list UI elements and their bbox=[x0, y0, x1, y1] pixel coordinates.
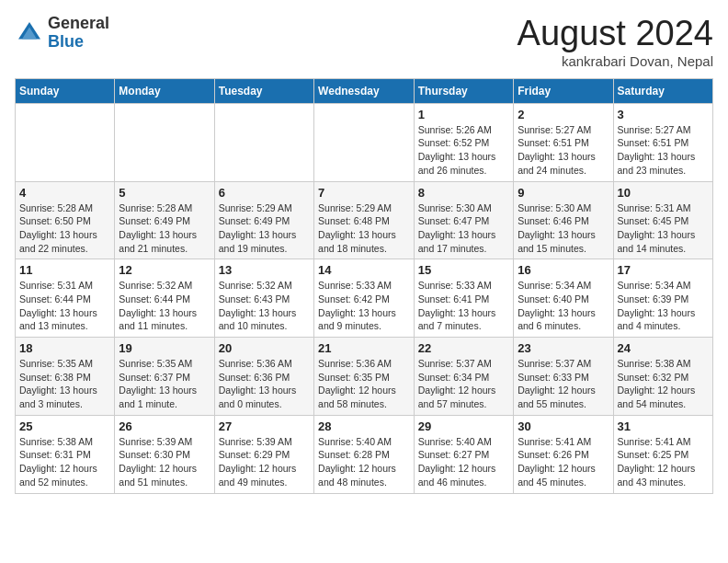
calendar-cell: 26Sunrise: 5:39 AM Sunset: 6:30 PM Dayli… bbox=[115, 415, 214, 493]
day-info: Sunrise: 5:33 AM Sunset: 6:42 PM Dayligh… bbox=[318, 279, 410, 333]
weekday-header-row: SundayMondayTuesdayWednesdayThursdayFrid… bbox=[16, 78, 713, 103]
calendar-cell: 1Sunrise: 5:26 AM Sunset: 6:52 PM Daylig… bbox=[414, 103, 513, 181]
day-number: 10 bbox=[618, 186, 710, 200]
calendar-cell: 13Sunrise: 5:32 AM Sunset: 6:43 PM Dayli… bbox=[214, 259, 313, 338]
day-number: 8 bbox=[418, 186, 509, 200]
day-number: 25 bbox=[19, 419, 110, 433]
calendar-cell: 2Sunrise: 5:27 AM Sunset: 6:51 PM Daylig… bbox=[514, 103, 613, 181]
location-subtitle: kankrabari Dovan, Nepal bbox=[518, 53, 713, 69]
weekday-header-thursday: Thursday bbox=[414, 78, 513, 103]
day-number: 18 bbox=[19, 341, 110, 355]
day-info: Sunrise: 5:26 AM Sunset: 6:52 PM Dayligh… bbox=[418, 123, 509, 178]
calendar-cell: 18Sunrise: 5:35 AM Sunset: 6:38 PM Dayli… bbox=[16, 338, 115, 416]
calendar-cell: 21Sunrise: 5:36 AM Sunset: 6:35 PM Dayli… bbox=[314, 338, 415, 416]
day-info: Sunrise: 5:37 AM Sunset: 6:34 PM Dayligh… bbox=[418, 357, 509, 411]
day-info: Sunrise: 5:27 AM Sunset: 6:51 PM Dayligh… bbox=[518, 123, 609, 178]
day-info: Sunrise: 5:35 AM Sunset: 6:38 PM Dayligh… bbox=[19, 357, 110, 411]
day-number: 6 bbox=[219, 186, 310, 200]
day-info: Sunrise: 5:38 AM Sunset: 6:32 PM Dayligh… bbox=[618, 357, 710, 411]
calendar-cell: 27Sunrise: 5:39 AM Sunset: 6:29 PM Dayli… bbox=[214, 415, 313, 493]
calendar-cell: 19Sunrise: 5:35 AM Sunset: 6:37 PM Dayli… bbox=[115, 338, 214, 416]
calendar-cell: 5Sunrise: 5:28 AM Sunset: 6:49 PM Daylig… bbox=[115, 181, 214, 259]
calendar-cell bbox=[314, 103, 415, 181]
day-number: 28 bbox=[318, 419, 410, 433]
calendar-cell bbox=[214, 103, 313, 181]
logo-text: General Blue bbox=[48, 15, 109, 52]
day-number: 15 bbox=[418, 263, 509, 277]
calendar-cell bbox=[115, 103, 214, 181]
day-info: Sunrise: 5:31 AM Sunset: 6:44 PM Dayligh… bbox=[19, 279, 110, 333]
day-number: 22 bbox=[418, 341, 509, 355]
day-info: Sunrise: 5:36 AM Sunset: 6:35 PM Dayligh… bbox=[318, 357, 410, 411]
day-info: Sunrise: 5:40 AM Sunset: 6:28 PM Dayligh… bbox=[318, 435, 410, 489]
calendar-cell: 14Sunrise: 5:33 AM Sunset: 6:42 PM Dayli… bbox=[314, 259, 415, 338]
month-year-title: August 2024 bbox=[518, 15, 713, 53]
calendar-week-2: 4Sunrise: 5:28 AM Sunset: 6:50 PM Daylig… bbox=[16, 181, 713, 259]
day-number: 5 bbox=[119, 186, 210, 200]
calendar-cell: 28Sunrise: 5:40 AM Sunset: 6:28 PM Dayli… bbox=[314, 415, 415, 493]
day-number: 21 bbox=[318, 341, 410, 355]
day-info: Sunrise: 5:30 AM Sunset: 6:47 PM Dayligh… bbox=[418, 201, 509, 256]
day-number: 14 bbox=[318, 263, 410, 277]
day-number: 20 bbox=[219, 341, 310, 355]
day-number: 2 bbox=[518, 108, 609, 121]
day-number: 12 bbox=[119, 263, 210, 277]
calendar-week-5: 25Sunrise: 5:38 AM Sunset: 6:31 PM Dayli… bbox=[16, 415, 713, 493]
day-number: 31 bbox=[618, 419, 710, 433]
calendar-cell: 29Sunrise: 5:40 AM Sunset: 6:27 PM Dayli… bbox=[414, 415, 513, 493]
day-number: 13 bbox=[219, 263, 310, 277]
day-number: 9 bbox=[518, 186, 609, 200]
day-info: Sunrise: 5:28 AM Sunset: 6:50 PM Dayligh… bbox=[19, 201, 110, 256]
day-info: Sunrise: 5:31 AM Sunset: 6:45 PM Dayligh… bbox=[618, 201, 710, 256]
day-info: Sunrise: 5:28 AM Sunset: 6:49 PM Dayligh… bbox=[119, 201, 210, 256]
day-info: Sunrise: 5:29 AM Sunset: 6:49 PM Dayligh… bbox=[219, 201, 310, 256]
weekday-header-saturday: Saturday bbox=[613, 78, 713, 103]
day-number: 7 bbox=[318, 186, 410, 200]
day-number: 24 bbox=[618, 341, 710, 355]
logo: General Blue bbox=[15, 15, 109, 52]
calendar-cell bbox=[16, 103, 115, 181]
weekday-header-monday: Monday bbox=[115, 78, 214, 103]
day-info: Sunrise: 5:35 AM Sunset: 6:37 PM Dayligh… bbox=[119, 357, 210, 411]
calendar-cell: 20Sunrise: 5:36 AM Sunset: 6:36 PM Dayli… bbox=[214, 338, 313, 416]
day-info: Sunrise: 5:29 AM Sunset: 6:48 PM Dayligh… bbox=[318, 201, 410, 256]
day-info: Sunrise: 5:36 AM Sunset: 6:36 PM Dayligh… bbox=[219, 357, 310, 411]
day-number: 1 bbox=[418, 108, 509, 121]
day-info: Sunrise: 5:41 AM Sunset: 6:25 PM Dayligh… bbox=[618, 435, 710, 489]
logo-icon bbox=[15, 18, 44, 48]
day-number: 26 bbox=[119, 419, 210, 433]
day-info: Sunrise: 5:32 AM Sunset: 6:43 PM Dayligh… bbox=[219, 279, 310, 333]
calendar-cell: 7Sunrise: 5:29 AM Sunset: 6:48 PM Daylig… bbox=[314, 181, 415, 259]
day-info: Sunrise: 5:27 AM Sunset: 6:51 PM Dayligh… bbox=[618, 123, 710, 178]
weekday-header-sunday: Sunday bbox=[16, 78, 115, 103]
calendar-table: SundayMondayTuesdayWednesdayThursdayFrid… bbox=[15, 78, 713, 494]
calendar-cell: 12Sunrise: 5:32 AM Sunset: 6:44 PM Dayli… bbox=[115, 259, 214, 338]
weekday-header-friday: Friday bbox=[514, 78, 613, 103]
page-header: General Blue August 2024 kankrabari Dova… bbox=[15, 15, 713, 69]
day-info: Sunrise: 5:33 AM Sunset: 6:41 PM Dayligh… bbox=[418, 279, 509, 333]
weekday-header-tuesday: Tuesday bbox=[214, 78, 313, 103]
calendar-cell: 31Sunrise: 5:41 AM Sunset: 6:25 PM Dayli… bbox=[613, 415, 713, 493]
calendar-cell: 22Sunrise: 5:37 AM Sunset: 6:34 PM Dayli… bbox=[414, 338, 513, 416]
calendar-cell: 3Sunrise: 5:27 AM Sunset: 6:51 PM Daylig… bbox=[613, 103, 713, 181]
calendar-cell: 25Sunrise: 5:38 AM Sunset: 6:31 PM Dayli… bbox=[16, 415, 115, 493]
day-info: Sunrise: 5:39 AM Sunset: 6:30 PM Dayligh… bbox=[119, 435, 210, 489]
day-number: 19 bbox=[119, 341, 210, 355]
calendar-week-1: 1Sunrise: 5:26 AM Sunset: 6:52 PM Daylig… bbox=[16, 103, 713, 181]
logo-general-text: General bbox=[48, 14, 109, 32]
calendar-week-4: 18Sunrise: 5:35 AM Sunset: 6:38 PM Dayli… bbox=[16, 338, 713, 416]
day-info: Sunrise: 5:41 AM Sunset: 6:26 PM Dayligh… bbox=[518, 435, 609, 489]
calendar-cell: 15Sunrise: 5:33 AM Sunset: 6:41 PM Dayli… bbox=[414, 259, 513, 338]
calendar-cell: 4Sunrise: 5:28 AM Sunset: 6:50 PM Daylig… bbox=[16, 181, 115, 259]
calendar-cell: 23Sunrise: 5:37 AM Sunset: 6:33 PM Dayli… bbox=[514, 338, 613, 416]
logo-blue-text: Blue bbox=[48, 32, 84, 51]
day-number: 27 bbox=[219, 419, 310, 433]
day-number: 17 bbox=[618, 263, 710, 277]
day-info: Sunrise: 5:34 AM Sunset: 6:39 PM Dayligh… bbox=[618, 279, 710, 333]
day-info: Sunrise: 5:34 AM Sunset: 6:40 PM Dayligh… bbox=[518, 279, 609, 333]
calendar-cell: 8Sunrise: 5:30 AM Sunset: 6:47 PM Daylig… bbox=[414, 181, 513, 259]
day-number: 23 bbox=[518, 341, 609, 355]
day-info: Sunrise: 5:37 AM Sunset: 6:33 PM Dayligh… bbox=[518, 357, 609, 411]
day-number: 30 bbox=[518, 419, 609, 433]
calendar-cell: 11Sunrise: 5:31 AM Sunset: 6:44 PM Dayli… bbox=[16, 259, 115, 338]
